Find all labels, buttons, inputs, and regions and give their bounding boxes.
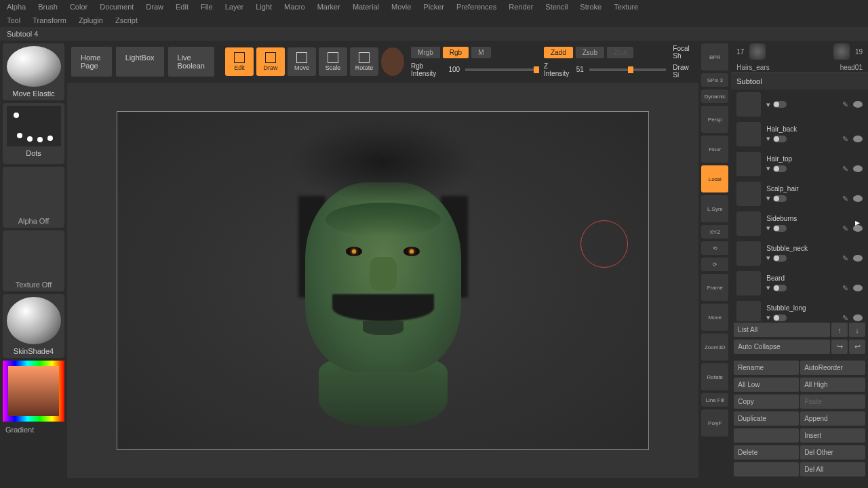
arrow-2-button[interactable]: ↩ xyxy=(849,340,865,354)
menu-light[interactable]: Light xyxy=(256,3,272,11)
move-button[interactable]: Move xyxy=(288,47,316,76)
tab-lightbox[interactable]: LightBox xyxy=(116,47,164,77)
alpha-selector[interactable]: Alpha Off xyxy=(3,167,64,228)
list-all-button[interactable]: List All xyxy=(734,323,830,337)
subtool-item[interactable]: Sideburns▾✎ xyxy=(731,209,868,239)
eye-icon[interactable] xyxy=(853,165,863,172)
expand-icon[interactable]: ▾ xyxy=(766,313,770,321)
subtool-item[interactable]: Beard▾✎ xyxy=(731,268,868,298)
menu-draw[interactable]: Draw xyxy=(146,3,163,11)
-button[interactable]: ⟲ xyxy=(701,241,728,255)
draw-size-label[interactable]: Draw Si xyxy=(673,64,694,79)
subtool-item[interactable]: Hair_top▾✎ xyxy=(731,149,868,179)
subtool-item[interactable]: Stubble_long▾✎ xyxy=(731,298,868,321)
menu-movie[interactable]: Movie xyxy=(391,3,411,11)
edit-button[interactable]: Edit xyxy=(225,47,254,76)
rotate-button[interactable]: Rotate xyxy=(350,47,378,76)
autoreorder-button[interactable]: AutoReorder xyxy=(800,361,865,375)
menu-material[interactable]: Material xyxy=(353,3,379,11)
menu-document[interactable]: Document xyxy=(100,3,134,11)
insert-button[interactable]: Insert xyxy=(800,428,865,443)
floor-button[interactable]: Floor xyxy=(701,136,728,163)
menu-zscript[interactable]: Zscript xyxy=(115,16,138,24)
paint-icon[interactable]: ✎ xyxy=(842,254,850,262)
z-intensity-slider[interactable] xyxy=(589,68,667,71)
all-low-button[interactable]: All Low xyxy=(734,378,799,392)
subtool-section-header[interactable]: Subtool xyxy=(731,73,868,89)
menu-picker[interactable]: Picker xyxy=(423,3,444,11)
zsub-button[interactable]: Zsub xyxy=(576,47,604,58)
local-button[interactable]: Local xyxy=(701,165,728,192)
del-other-button[interactable]: Del Other xyxy=(800,445,865,460)
draw-button[interactable]: Draw xyxy=(256,47,285,76)
visibility-toggle[interactable] xyxy=(773,165,787,172)
mrgb-button[interactable]: Mrgb xyxy=(411,47,440,58)
expand-icon[interactable]: ▾ xyxy=(766,253,770,262)
eye-icon[interactable] xyxy=(853,285,863,291)
linefill-button[interactable]: Line Fill xyxy=(701,393,728,407)
rotate-button[interactable]: Rotate xyxy=(701,363,728,390)
stroke-selector[interactable]: Dots xyxy=(3,103,64,164)
-button[interactable]: ⟳ xyxy=(701,258,728,271)
rename-button[interactable]: Rename xyxy=(734,361,799,375)
paint-icon[interactable]: ✎ xyxy=(842,284,850,292)
bpr-button[interactable]: BPR xyxy=(701,43,728,70)
visibility-toggle[interactable] xyxy=(773,225,787,232)
expand-icon[interactable]: ▾ xyxy=(766,194,770,203)
expand-icon[interactable]: ▾ xyxy=(766,224,770,232)
subtool-item[interactable]: Hair_back▾✎ xyxy=(731,119,868,149)
viewport[interactable] xyxy=(67,83,698,478)
eye-icon[interactable] xyxy=(853,314,863,321)
append-button[interactable]: Append xyxy=(800,411,865,426)
tab-home-page[interactable]: Home Page xyxy=(71,47,112,77)
menu-macro[interactable]: Macro xyxy=(284,3,305,11)
visibility-toggle[interactable] xyxy=(773,255,787,262)
menu-texture[interactable]: Texture xyxy=(614,3,638,11)
menu-render[interactable]: Render xyxy=(509,3,533,11)
scale-button[interactable]: Scale xyxy=(319,47,347,76)
menu-layer[interactable]: Layer xyxy=(225,3,244,11)
spix3-button[interactable]: SPix 3 xyxy=(701,73,728,87)
zoom3d-button[interactable]: Zoom3D xyxy=(701,333,728,361)
menu-file[interactable]: File xyxy=(201,3,213,11)
move-up-button[interactable]: ↑ xyxy=(831,323,848,337)
visibility-toggle[interactable] xyxy=(773,136,787,142)
paste-button[interactable]: Paste xyxy=(800,394,865,409)
material-selector[interactable]: SkinShade4 xyxy=(3,294,64,358)
tool-thumb-1[interactable] xyxy=(749,43,766,60)
paint-icon[interactable]: ✎ xyxy=(842,224,850,232)
subtool-item[interactable]: Stubble_neck▾✎ xyxy=(731,239,868,268)
menu-edit[interactable]: Edit xyxy=(176,3,189,11)
zadd-button[interactable]: Zadd xyxy=(544,47,573,58)
expand-icon[interactable]: ▾ xyxy=(766,164,770,173)
visibility-toggle[interactable] xyxy=(773,195,787,202)
zcut-button[interactable]: Zcut xyxy=(607,47,633,58)
paint-icon[interactable]: ✎ xyxy=(842,165,850,173)
arrow-1-button[interactable]: ↪ xyxy=(831,340,848,354)
paint-icon[interactable]: ✎ xyxy=(842,135,850,143)
move-button[interactable]: Move xyxy=(701,304,728,331)
tab-live-boolean[interactable]: Live Boolean xyxy=(168,47,214,77)
paint-icon[interactable]: ✎ xyxy=(842,195,850,203)
menu-transform[interactable]: Transform xyxy=(33,16,66,24)
expand-icon[interactable]: ▾ xyxy=(766,283,770,292)
menu-marker[interactable]: Marker xyxy=(317,3,340,11)
visibility-toggle[interactable] xyxy=(773,285,787,291)
polyf-button[interactable]: PolyF xyxy=(701,409,728,436)
duplicate-button[interactable]: Duplicate xyxy=(734,411,799,426)
color-picker[interactable] xyxy=(3,361,64,422)
delete-button[interactable]: Delete xyxy=(734,445,799,460)
all-high-button[interactable]: All High xyxy=(800,378,865,392)
lsym-button[interactable]: L.Sym xyxy=(701,195,728,222)
focal-shift-label[interactable]: Focal Sh xyxy=(673,45,694,60)
dynamic-button[interactable]: Dynamic xyxy=(701,89,728,103)
frame-button[interactable]: Frame xyxy=(701,274,728,301)
copy-button[interactable]: Copy xyxy=(734,394,799,409)
subtool-item[interactable]: Scalp_hair▾✎ xyxy=(731,179,868,209)
menu-brush[interactable]: Brush xyxy=(38,3,58,11)
expand-icon[interactable]: ▾ xyxy=(766,134,770,143)
rgb-intensity-slider[interactable] xyxy=(465,68,537,71)
paint-icon[interactable]: ✎ xyxy=(842,314,850,322)
menu-stencil[interactable]: Stencil xyxy=(545,3,568,11)
menu-alpha[interactable]: Alpha xyxy=(7,3,26,11)
